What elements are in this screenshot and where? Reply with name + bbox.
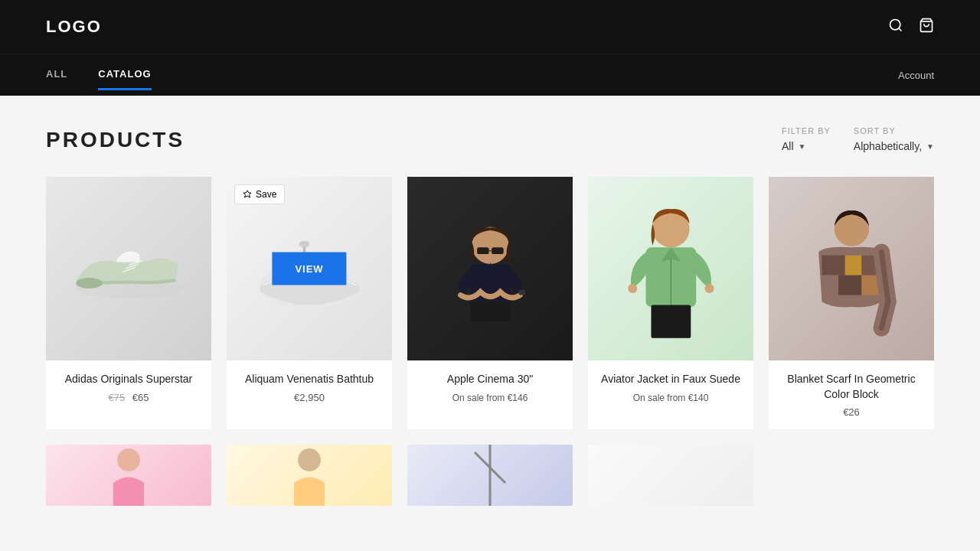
- sort-by-group: SORT BY Alphabetically, ▼: [854, 126, 934, 154]
- current-price: €65: [132, 392, 149, 403]
- product-card[interactable]: [46, 445, 211, 506]
- product-price: On sale from €140: [596, 392, 746, 403]
- svg-point-30: [298, 448, 321, 471]
- svg-rect-10: [477, 247, 489, 254]
- product-image: [227, 445, 392, 506]
- product-image: [769, 177, 934, 360]
- sort-by-select[interactable]: Alphabetically, ▼: [854, 139, 934, 154]
- current-price: €26: [843, 406, 860, 418]
- products-title: PRODUCTS: [46, 128, 185, 152]
- search-icon[interactable]: [888, 18, 903, 37]
- nav-account[interactable]: Account: [898, 70, 934, 81]
- sort-by-label: SORT BY: [854, 126, 934, 135]
- product-name: Aviator Jacket in Faux Suede: [596, 372, 746, 387]
- nav-item-catalog[interactable]: CATALOG: [98, 68, 151, 83]
- sale-text: On sale from €140: [633, 393, 709, 403]
- product-image: Save VIEW: [227, 177, 392, 360]
- filter-by-select[interactable]: All ▼: [782, 139, 831, 154]
- svg-point-7: [299, 241, 309, 248]
- nav-item-home[interactable]: All: [46, 68, 67, 83]
- svg-rect-11: [492, 247, 504, 254]
- product-info: Apple Cinema 30" On sale from €146: [407, 360, 573, 415]
- sort-by-value: Alphabetically,: [854, 140, 922, 152]
- site-header: LOGO: [0, 0, 980, 54]
- partial-object-icon: [459, 445, 521, 506]
- current-price: €2,950: [294, 392, 325, 403]
- product-card[interactable]: Save VIEW Aliquam Venenatis Bathtub €2,9…: [227, 177, 392, 429]
- product-image: [46, 177, 211, 360]
- main-nav: All CATALOG Account: [0, 54, 980, 96]
- sale-text: On sale from €146: [452, 393, 528, 403]
- product-grid: Adidas Originals Superstar €75 €65 Save: [46, 177, 934, 429]
- product-image: [46, 445, 211, 506]
- svg-point-29: [117, 448, 140, 471]
- svg-point-19: [628, 284, 637, 293]
- person-illustration: [424, 195, 557, 342]
- jacket-person-illustration: [605, 195, 737, 342]
- pin-icon: [243, 190, 252, 199]
- svg-point-0: [890, 19, 900, 29]
- product-card[interactable]: Blanket Scarf In Geometric Color Block €…: [769, 177, 934, 429]
- product-info: Adidas Originals Superstar €75 €65: [46, 360, 211, 415]
- view-button[interactable]: VIEW: [272, 253, 346, 285]
- product-card[interactable]: Adidas Originals Superstar €75 €65: [46, 177, 211, 429]
- product-info: Blanket Scarf In Geometric Color Block €…: [769, 360, 934, 429]
- product-info: Aviator Jacket in Faux Suede On sale fro…: [588, 360, 753, 415]
- svg-rect-13: [470, 302, 510, 321]
- sneaker-illustration: [63, 195, 195, 342]
- partial-person-icon: [286, 445, 332, 506]
- product-name: Adidas Originals Superstar: [54, 372, 204, 387]
- old-price: €75: [108, 392, 125, 403]
- main-content: PRODUCTS FILTER BY All ▼ SORT BY Alphabe…: [0, 96, 980, 536]
- partial-person-icon: [106, 445, 152, 506]
- product-name: Aliquam Venenatis Bathtub: [234, 372, 384, 387]
- product-price: €2,950: [234, 392, 384, 403]
- product-image: [588, 177, 753, 360]
- sort-by-arrow-icon: ▼: [926, 142, 934, 151]
- svg-rect-26: [838, 276, 861, 295]
- products-header: PRODUCTS FILTER BY All ▼ SORT BY Alphabe…: [46, 126, 934, 154]
- product-price: €75 €65: [54, 392, 204, 403]
- svg-rect-25: [822, 276, 838, 295]
- product-card[interactable]: [227, 445, 392, 506]
- filter-by-arrow-icon: ▼: [799, 142, 806, 151]
- product-card[interactable]: Apple Cinema 30" On sale from €146: [407, 177, 573, 429]
- product-info: Aliquam Venenatis Bathtub €2,950: [227, 360, 392, 415]
- scarf-person-illustration: [786, 195, 918, 342]
- nav-left: All CATALOG: [46, 68, 152, 83]
- cart-icon[interactable]: [919, 18, 934, 37]
- header-icons: [888, 18, 934, 37]
- filter-by-label: FILTER BY: [782, 126, 831, 135]
- product-price: €26: [776, 406, 926, 418]
- product-price: On sale from €146: [415, 392, 565, 403]
- filter-by-value: All: [782, 140, 794, 152]
- svg-line-1: [899, 28, 902, 31]
- save-label: Save: [256, 189, 276, 200]
- product-name: Apple Cinema 30": [415, 372, 565, 387]
- svg-rect-23: [844, 256, 861, 276]
- product-name: Blanket Scarf In Geometric Color Block: [776, 372, 926, 402]
- svg-point-4: [76, 278, 103, 289]
- product-image: [407, 445, 573, 506]
- product-card[interactable]: [407, 445, 573, 506]
- svg-point-20: [704, 284, 714, 293]
- svg-rect-18: [651, 305, 691, 338]
- product-image: [407, 177, 573, 360]
- product-card[interactable]: [588, 445, 753, 506]
- product-image: [588, 445, 753, 506]
- product-grid-row2: [46, 445, 934, 506]
- product-card[interactable]: Aviator Jacket in Faux Suede On sale fro…: [588, 177, 753, 429]
- svg-rect-22: [822, 256, 844, 276]
- site-logo[interactable]: LOGO: [46, 17, 102, 37]
- save-button[interactable]: Save: [234, 184, 285, 204]
- filter-by-group: FILTER BY All ▼: [782, 126, 831, 154]
- svg-rect-14: [518, 290, 525, 295]
- filters-area: FILTER BY All ▼ SORT BY Alphabetically, …: [782, 126, 934, 154]
